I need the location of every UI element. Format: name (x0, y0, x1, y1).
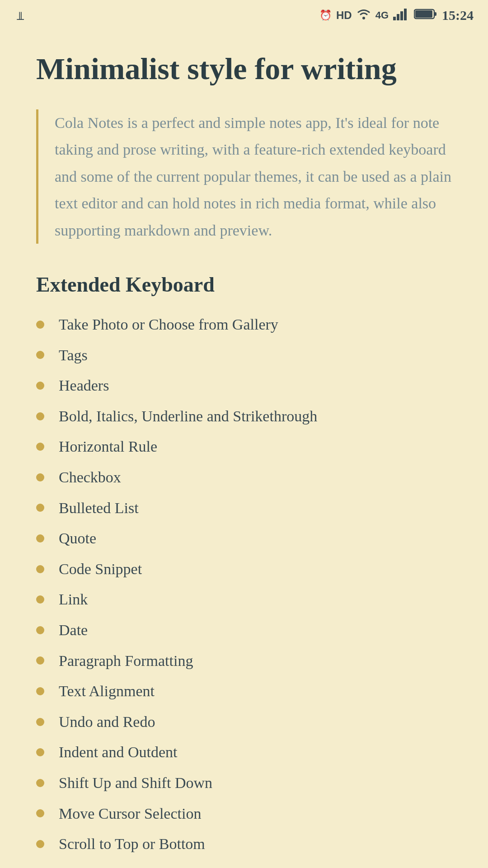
keyboard-list-item: Link (36, 584, 452, 615)
keyboard-list-item: Horizontal Rule (36, 431, 452, 462)
keyboard-item-text: Code Snippet (59, 558, 142, 580)
bullet-dot (36, 412, 44, 420)
hd-icon: HD (336, 9, 352, 22)
svg-rect-2 (397, 14, 399, 20)
bullet-dot (36, 595, 44, 604)
bullet-dot (36, 687, 44, 695)
svg-rect-1 (393, 17, 396, 20)
keyboard-list: Take Photo or Choose from GalleryTagsHea… (36, 309, 452, 868)
keyboard-item-text: Take Photo or Choose from Gallery (59, 314, 278, 335)
keyboard-item-text: Hide Keyboard (59, 864, 153, 868)
keyboard-list-item: Paragraph Formatting (36, 646, 452, 676)
keyboard-item-text: Quote (59, 528, 96, 549)
bullet-dot (36, 351, 44, 359)
intro-text: Cola Notes is a perfect and simple notes… (55, 109, 452, 244)
svg-rect-6 (434, 12, 436, 16)
svg-rect-7 (415, 10, 432, 18)
keyboard-item-text: Scroll to Top or Bottom (59, 833, 205, 855)
keyboard-item-text: Date (59, 619, 88, 641)
keyboard-list-item: Date (36, 615, 452, 646)
keyboard-item-text: Text Alignment (59, 680, 155, 702)
keyboard-item-text: Bulleted List (59, 497, 139, 519)
signal-icon (393, 8, 409, 23)
keyboard-list-item: Scroll to Top or Bottom (36, 829, 452, 859)
keyboard-item-text: Move Cursor Selection (59, 803, 201, 825)
bullet-dot (36, 382, 44, 390)
bullet-dot (36, 809, 44, 817)
alarm-icon: ⏰ (319, 9, 332, 21)
bullet-dot (36, 718, 44, 726)
page-title: Minimalist style for writing (36, 51, 452, 88)
keyboard-list-item: Text Alignment (36, 676, 452, 707)
bullet-dot (36, 565, 44, 573)
bullet-dot (36, 321, 44, 329)
usb-icon: ⫫ (14, 8, 27, 23)
svg-rect-3 (400, 11, 403, 20)
bullet-dot (36, 840, 44, 848)
keyboard-list-item: Code Snippet (36, 554, 452, 585)
bullet-dot (36, 534, 44, 542)
bullet-dot (36, 748, 44, 756)
4g-icon: 4G (375, 9, 389, 21)
svg-rect-4 (404, 9, 407, 20)
main-content: Minimalist style for writing Cola Notes … (0, 29, 488, 868)
svg-point-0 (362, 17, 365, 19)
keyboard-list-item: Tags (36, 340, 452, 371)
section-title-keyboard: Extended Keyboard (36, 273, 452, 297)
intro-blockquote: Cola Notes is a perfect and simple notes… (36, 109, 452, 244)
keyboard-list-item: Hide Keyboard (36, 859, 452, 868)
bullet-dot (36, 504, 44, 512)
status-bar: ⫫ ⏰ HD 4G (0, 0, 488, 29)
keyboard-item-text: Undo and Redo (59, 711, 155, 733)
keyboard-item-text: Link (59, 589, 88, 610)
keyboard-item-text: Bold, Italics, Underline and Strikethrou… (59, 406, 317, 427)
status-time: 15:24 (442, 8, 474, 23)
bullet-dot (36, 626, 44, 634)
battery-icon (414, 8, 437, 23)
keyboard-item-text: Horizontal Rule (59, 436, 157, 458)
keyboard-list-item: Take Photo or Choose from Gallery (36, 309, 452, 340)
keyboard-list-item: Headers (36, 370, 452, 401)
bullet-dot (36, 656, 44, 665)
keyboard-item-text: Tags (59, 344, 88, 366)
bullet-dot (36, 473, 44, 481)
keyboard-list-item: Checkbox (36, 462, 452, 493)
bullet-dot (36, 779, 44, 787)
keyboard-item-text: Paragraph Formatting (59, 650, 193, 672)
keyboard-list-item: Shift Up and Shift Down (36, 768, 452, 798)
keyboard-list-item: Bold, Italics, Underline and Strikethrou… (36, 401, 452, 432)
status-left: ⫫ (14, 8, 27, 23)
keyboard-item-text: Headers (59, 375, 109, 396)
keyboard-item-text: Shift Up and Shift Down (59, 772, 212, 794)
keyboard-list-item: Indent and Outdent (36, 737, 452, 768)
keyboard-list-item: Quote (36, 523, 452, 554)
keyboard-item-text: Checkbox (59, 467, 121, 488)
status-right: ⏰ HD 4G 15:24 (319, 8, 474, 23)
bullet-dot (36, 443, 44, 451)
keyboard-list-item: Bulleted List (36, 493, 452, 524)
wifi-icon (357, 8, 371, 23)
keyboard-list-item: Move Cursor Selection (36, 798, 452, 829)
keyboard-list-item: Undo and Redo (36, 707, 452, 737)
keyboard-item-text: Indent and Outdent (59, 741, 178, 763)
